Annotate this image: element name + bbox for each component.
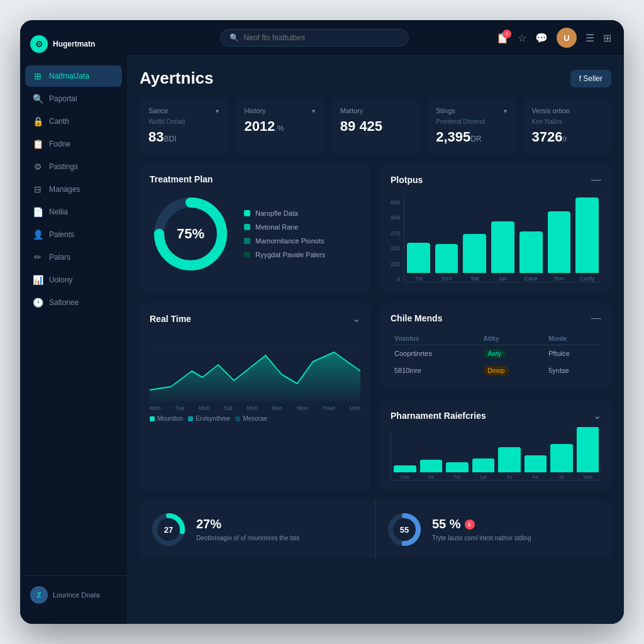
treatment-plan-title: Treatment Plan [150, 174, 213, 184]
plotpus-bar-label-4: Cane [524, 275, 538, 282]
stat-unit-0: BDI [164, 135, 176, 143]
stat-dropdown-0[interactable]: ▾ [216, 108, 219, 114]
mini-donut-1-center: 27 [164, 525, 173, 535]
stat-sublabel-4: Ken Nalins [532, 118, 602, 125]
menu-icon-btn[interactable]: ☰ [586, 32, 594, 44]
pharnament-dropdown-btn[interactable]: ⌄ [593, 409, 601, 421]
sidebar-item-pastings[interactable]: ⚙ Pastings [25, 156, 122, 177]
sidebar-item-uolony[interactable]: 📊 Uolony [25, 269, 122, 291]
sidebar-item-palents[interactable]: 👤 Palents [25, 224, 122, 245]
sidebar-item-saltonee[interactable]: 🕐 Saltonee [25, 292, 122, 313]
favorites-icon-btn[interactable]: ☆ [518, 32, 526, 44]
rt-legend-2: Mesorae [235, 415, 267, 422]
status-badge-0: Awty [484, 349, 506, 358]
rt-legend-0: Mountlon [150, 415, 183, 422]
rt-x-label-1: Tue [175, 405, 184, 411]
realtime-expand-btn[interactable]: ⌄ [352, 313, 360, 325]
ph-bar-7 [577, 427, 599, 472]
plotpus-y-axis: 6005042702532200 [391, 194, 400, 282]
stat-sublabel-3: Prenteral Dlmend [436, 118, 506, 125]
user-avatar[interactable]: U [557, 28, 577, 48]
sidebar-item-palars[interactable]: ✏ Palars [25, 247, 122, 268]
ph-bar-col-1: Se [420, 460, 443, 480]
content-area: Ayertnics f Seller Sance ▾ Wolfd Onrlad … [127, 56, 624, 624]
stat-value-3: 2,395DR [436, 129, 506, 145]
stat-value-1: 2012.% [244, 118, 314, 135]
sidebar-icon-uolony: 📊 [33, 275, 43, 285]
donut-area: 75% Naropfle Data Metonal Rane Mamornita… [150, 193, 360, 275]
search-input[interactable] [244, 33, 399, 42]
sidebar-icon-pastings: ⚙ [33, 162, 43, 172]
stat-dropdown-1[interactable]: ▾ [312, 108, 315, 114]
grid-icon-btn[interactable]: ⊞ [603, 32, 611, 44]
plotpus-bar-1 [435, 244, 458, 273]
plotpus-bar-col-1: Torn [435, 244, 458, 282]
bottom-stat-1-info: 27% Deotloroagin of of nounrmres the tal… [196, 517, 300, 542]
stat-card-2: Mattory 89 425 [331, 98, 419, 154]
logo-icon: ⚙ [30, 35, 48, 53]
sidebar-item-canth[interactable]: 🔒 Canth [25, 111, 122, 132]
rt-legend-label-1: Ervlsynthme [196, 415, 230, 422]
topbar: 🔍 📋 1 ☆ 💬 U ☰ ⊞ [127, 20, 624, 56]
sidebar-item-fodne[interactable]: 📋 Fodne [25, 133, 122, 155]
sidebar-item-manages[interactable]: ⊟ Manages [25, 179, 122, 200]
legend-label-2: Mamornitance Pionots [255, 237, 324, 245]
ph-label-2: Tur [453, 474, 461, 480]
bottom-stat-2-badge: 6 [465, 519, 475, 530]
sidebar-item-natfmal[interactable]: ⊞ NatfmalJata [25, 65, 122, 87]
ph-bar-1 [420, 460, 443, 472]
donut-chart: 75% [150, 193, 231, 275]
app-name: Hugertmatn [53, 40, 95, 48]
chile-mends-card: Chile Mends — Vmintus Attky Monle [380, 303, 611, 389]
plotpus-y-label-3: 253 [391, 245, 400, 252]
rt-x-label-7: Treet [322, 405, 335, 411]
stats-row: Sance ▾ Wolfd Onrlad 83BDI History ▾ 201… [140, 98, 611, 154]
page-title: Ayertnics [140, 69, 214, 88]
plotpus-y-label-1: 504 [391, 214, 400, 221]
search-bar[interactable]: 🔍 [220, 29, 409, 47]
plotpus-y-label-4: 220 [391, 261, 400, 267]
chile-mends-tbody: Cooprtinrtes Awty Pftulce5810inre Dmop 5… [391, 345, 601, 379]
seller-button[interactable]: f Seller [570, 70, 611, 87]
ph-bar-col-6: Id [550, 444, 573, 480]
header-actions: f Seller [570, 70, 611, 87]
legend-dot-3 [244, 252, 250, 258]
app-container: ⚙ Hugertmatn ⊞ NatfmalJata🔍 Paportal🔒 Ca… [20, 20, 624, 624]
plotpus-minimize-btn[interactable]: — [591, 174, 601, 186]
mini-donut-1: 27 [150, 511, 187, 548]
plotpus-y-label-5: 0 [391, 276, 400, 282]
stat-dropdown-3[interactable]: ▾ [504, 108, 507, 114]
plotpus-bar-col-0: Tnl [407, 243, 430, 282]
plotpus-title: Plotpus [391, 175, 423, 185]
plotpus-bar-0 [407, 243, 430, 273]
plotpus-header: Plotpus — [391, 174, 601, 186]
stat-card-0: Sance ▾ Wolfd Onrlad 83BDI [140, 98, 228, 154]
chile-cell-status-0: Awty [480, 345, 545, 362]
mid-row: Treatment Plan 75% [140, 164, 611, 292]
messages-icon-btn[interactable]: 💬 [535, 32, 548, 44]
sidebar-label-nellia: Nellia [49, 208, 68, 216]
sidebar-item-nellia[interactable]: 📄 Nellia [25, 201, 122, 223]
rt-x-label-3: Sat [224, 405, 233, 411]
notification-badge: 1 [502, 30, 511, 38]
sidebar-item-paportal[interactable]: 🔍 Paportal [25, 88, 122, 109]
stat-value-0: 83BDI [148, 129, 219, 145]
sidebar-icon-saltonee: 🕐 [33, 297, 43, 308]
sidebar: ⚙ Hugertmatn ⊞ NatfmalJata🔍 Paportal🔒 Ca… [20, 20, 127, 624]
col-attky: Attky [480, 333, 545, 345]
sidebar-label-fodne: Fodne [49, 140, 70, 148]
plotpus-y-label-0: 600 [391, 199, 400, 206]
plotpus-bars: Tnl Torn Tatl Jan Cane Tom Canfy [404, 194, 601, 282]
rt-dot-0 [150, 416, 155, 421]
chile-mends-minimize-btn[interactable]: — [591, 313, 601, 324]
stat-card-4: Versis ortion Ken Nalins 3726/r [523, 98, 611, 154]
notification-icon-btn[interactable]: 📋 1 [496, 32, 509, 44]
plotpus-bar-col-3: Jan [491, 221, 514, 282]
topbar-icons: 📋 1 ☆ 💬 U ☰ ⊞ [496, 28, 611, 48]
sidebar-icon-palars: ✏ [33, 252, 43, 262]
stat-value-4: 3726/r [532, 129, 602, 145]
search-icon: 🔍 [230, 33, 239, 42]
legend-item-3: Ryygdat Pavale Palers [244, 251, 325, 258]
sidebar-label-palars: Palars [49, 253, 70, 262]
legend-label-0: Naropfle Data [255, 209, 298, 217]
